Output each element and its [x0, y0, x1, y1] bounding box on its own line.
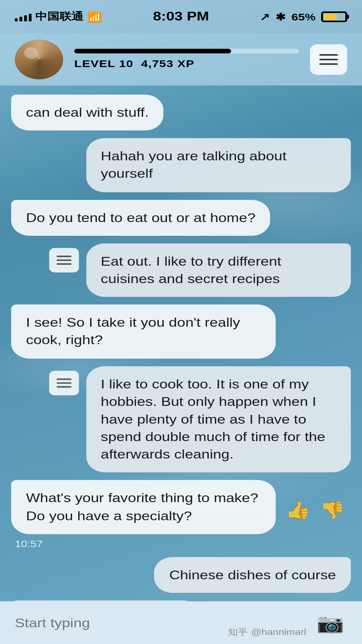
message-bubble-1: can deal with stuff.: [11, 95, 164, 130]
avatar: [15, 40, 63, 79]
level-xp-text: LEVEL 10 4,753 XP: [74, 58, 195, 69]
progress-bar-fill: [74, 49, 232, 54]
message-text-9: Chinese dishes of course: [169, 568, 336, 581]
icon-line: [56, 259, 71, 261]
message-with-icon-6: I like to cook too. It is one of my hobb…: [11, 366, 351, 473]
thumbs-up-button[interactable]: 👍: [285, 500, 310, 520]
message-bubble-4: Eat out. I like to try different cuisine…: [86, 243, 351, 297]
message-bubble-6: I like to cook too. It is one of my hobb…: [86, 366, 351, 473]
carrier-name: 中国联通: [35, 10, 83, 24]
signal-bar-1: [15, 18, 17, 21]
message-row-2: Hahah you are talking about yourself: [11, 138, 351, 192]
signal-bar-3: [24, 15, 27, 21]
battery-fill: [324, 14, 337, 20]
bluetooth-icon: ✱: [276, 11, 286, 22]
message-icon-6: [49, 370, 78, 395]
icon-line: [56, 378, 71, 380]
clock: 8:03 PM: [153, 10, 209, 24]
status-left: 中国联通 📶: [15, 10, 102, 24]
message-bubble-5: I see! So I take it you don't really coo…: [11, 305, 276, 358]
icon-line: [56, 263, 71, 265]
xp-label: 4,753 XP: [141, 58, 194, 69]
message-text-3: Do you tend to eat out or at home?: [26, 211, 256, 224]
message-bubble-2: Hahah you are talking about yourself: [86, 138, 351, 192]
feedback-icons: 👍 👎: [285, 500, 345, 520]
message-row-3: Do you tend to eat out or at home?: [11, 200, 351, 235]
location-icon: ↗: [260, 11, 270, 22]
level-label: LEVEL 10: [74, 58, 133, 69]
message-bubble-7: What's your favorite thing to make? Do y…: [11, 480, 276, 534]
message-with-icon-4: Eat out. I like to try different cuisine…: [11, 243, 351, 297]
menu-button[interactable]: [310, 44, 347, 75]
signal-bar-2: [19, 17, 22, 21]
message-text-4: Eat out. I like to try different cuisine…: [101, 255, 282, 285]
battery-percent: 65%: [291, 11, 315, 22]
avatar-image: [15, 40, 63, 79]
message-row-9: Chinese dishes of course: [11, 557, 351, 593]
camera-icon: 📷: [316, 612, 344, 634]
message-icon-4: [49, 248, 78, 272]
message-bubble-9: Chinese dishes of course: [155, 557, 351, 593]
thumbs-down-button[interactable]: 👎: [320, 500, 345, 520]
message-text-7: What's your favorite thing to make? Do y…: [26, 492, 258, 522]
message-text-6: I like to cook too. It is one of my hobb…: [101, 377, 325, 461]
message-row-5: I see! So I take it you don't really coo…: [11, 305, 351, 358]
message-timestamp: 10:57: [11, 539, 351, 549]
message-bubble-3: Do you tend to eat out or at home?: [11, 200, 270, 235]
wifi-icon: 📶: [87, 11, 102, 22]
icon-line: [56, 256, 71, 257]
icon-line: [56, 382, 71, 384]
watermark: 知乎 @hannimarl: [228, 627, 306, 638]
chat-area: can deal with stuff. Hahah you are talki…: [0, 86, 362, 601]
message-bubble-10: That sounds impressive!: [11, 600, 202, 601]
message-row-7: What's your favorite thing to make? Do y…: [11, 480, 351, 534]
message-row-4: Eat out. I like to try different cuisine…: [11, 243, 351, 297]
signal-bar-4: [29, 14, 32, 21]
progress-bar-container: [74, 49, 299, 54]
menu-line-1: [319, 54, 338, 56]
message-row-1: can deal with stuff.: [11, 95, 351, 130]
icon-line: [56, 386, 71, 387]
message-text-2: Hahah you are talking about yourself: [101, 150, 287, 180]
level-xp-container: LEVEL 10 4,753 XP: [74, 49, 299, 70]
timestamp-text: 10:57: [15, 539, 43, 549]
status-right: ↗ ✱ 65%: [260, 11, 347, 22]
status-bar: 中国联通 📶 8:03 PM ↗ ✱ 65%: [0, 0, 362, 34]
message-text-1: can deal with stuff.: [26, 106, 149, 119]
camera-button[interactable]: 📷: [314, 609, 347, 637]
battery-icon: [321, 11, 347, 22]
input-bar: 📷: [0, 601, 362, 644]
menu-line-2: [319, 59, 338, 60]
app-header: LEVEL 10 4,753 XP: [0, 34, 362, 86]
menu-line-3: [319, 63, 338, 65]
app-container: 中国联通 📶 8:03 PM ↗ ✱ 65% LEVEL 10 4,753 XP: [0, 0, 362, 644]
message-row-6: I like to cook too. It is one of my hobb…: [11, 366, 351, 473]
message-text-5: I see! So I take it you don't really coo…: [26, 316, 240, 346]
signal-bars: [15, 12, 32, 21]
